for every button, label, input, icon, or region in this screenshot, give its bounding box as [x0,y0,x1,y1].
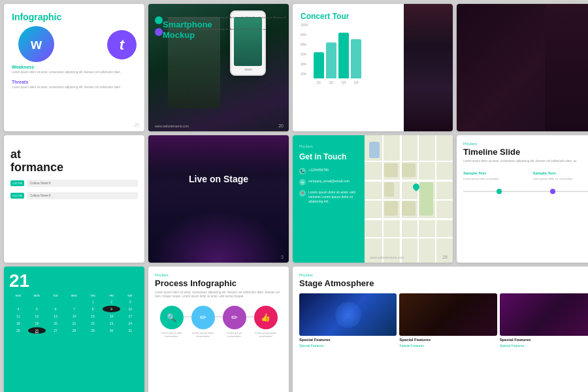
slide-9-projam: ProJam [155,273,282,277]
event1-venue: Cultura Street 6 [27,180,138,187]
circle-3-label: Lorem ipsumconsectetur [227,331,242,338]
circle-item-2: ✏ Lorem ipsum dolarconsectetur [191,306,215,338]
stage-lights [148,135,289,174]
slide-6-website: www.websitename.com [370,255,404,259]
label-q2: Q2 [326,80,336,84]
photo-1-label: Special Features [299,338,397,342]
event2-time: 6:30 PM [10,193,24,199]
circle-1-label: Lorem ipsum ideaconsectetur [161,331,182,338]
label-q3: Q3 [338,80,349,84]
slide-6-projam: ProJam [299,144,358,148]
phone-button [244,69,252,71]
slide-calendar: 21 SUN MON TUE WED THU FRI SAT 1 2 3 4 5… [4,267,144,392]
photo-item-2: Special Features Special Features [399,293,497,348]
photo-3-sublabel: Special Features [500,344,588,348]
circle-2-label: Lorem ipsum dolarconsectetur [192,331,214,338]
photo-2-label: Special Features [399,338,497,342]
circle-1: 🔍 [160,306,184,329]
timeline-col2-text: Lorem ipsum dolar sit. consectetur [533,177,589,181]
label-q1: Q1 [314,80,324,84]
slide-1-page-num: 25 [134,123,139,127]
connector-1 [184,316,191,318]
timeline-line [463,191,588,192]
slide-concert-photo [457,4,588,131]
slide-1-title: Infographic [12,12,137,22]
slide-3-y-axis: 100% 84% 68% 52% 36% 20% [301,24,308,82]
photo-box-1 [299,293,397,336]
map-background: 29 www.websitename.com [365,135,453,263]
photo-item-1: Special Features Special Features [299,293,397,348]
cal-tue: TUE [46,294,65,297]
slide-2-icon2 [155,28,163,36]
bar-q4 [351,39,361,78]
timeline-col1-title: Sample Text [463,171,528,175]
contact-phone-item: 📞 +1234456789 [299,168,358,174]
circle-3: ✏ [223,306,246,329]
slide-contact: ProJam Get in Touch 📞 +1234456789 ✉ comp… [293,135,453,263]
slide-7-projam: ProJam [463,142,588,146]
slide-1-t-logo: t [107,30,137,59]
timeline-col1-text: Lorem ipsum dolar consectetur. [463,177,528,181]
photo-3-label: Special Features [500,338,588,342]
slide-3-photo [404,4,453,131]
stage-text: Live on Stage [148,174,289,184]
year-label: 21 [9,272,139,290]
slide-1-logo: w [18,26,54,62]
slide-10-title: Stage Atmosphere [299,278,588,288]
event-item-2: 6:30 PM Cultura Street 6 [10,192,138,199]
slide-5-bg: Live on Stage [148,135,289,263]
slide-4-title: at formance [10,148,138,174]
slide-process: ProJam Process Infographic Lorem ipsum d… [148,267,289,392]
contact-address-item: 📍 Lorem ipsum dolor sit amet, velit veni… [299,190,358,204]
cal-sun: SUN [9,294,27,297]
slide-atmosphere: ProJam Stage Atmosphere Special Features… [293,267,588,392]
cal-cell-27: 26 [28,327,46,334]
timeline-dot-2 [550,189,555,194]
slide-2-website: www.websitename.com [155,124,189,128]
slide-10-projam: ProJam [299,273,588,277]
event2-venue: Cultura Street 6 [27,192,138,199]
timeline-columns: Sample Text Lorem ipsum dolar consectetu… [463,171,588,181]
email-text: company_email@email.com [308,179,350,184]
timeline-col-2: Sample Text Lorem ipsum dolar sit. conse… [533,171,589,181]
cal-wed: WED [65,294,84,297]
phone-text: +1234456789 [308,168,329,172]
slide-6-left: ProJam Get in Touch 📞 +1234456789 ✉ comp… [293,135,365,263]
address-text: Lorem ipsum dolor sit amet, velit veniam… [308,190,358,204]
bar-q1 [314,52,324,78]
slide-6-title: Get in Touch [299,152,358,161]
bar-q2 [326,42,336,78]
slide-7-body: Lorem ipsum dolor sit amet, consectetur … [463,159,588,163]
weakness-text: Lorem ipsum dolor sit amet, consectetur … [12,71,121,74]
slide-smartphone: Smartphone Mockup Lorem ipsum dolor sit … [148,4,289,131]
slide-2-page-num: 20 [278,123,284,128]
slide-6-map: 29 www.websitename.com [365,135,453,263]
slide-9-title: Process Infographic [155,278,282,288]
circle-item-1: 🔍 Lorem ipsum ideaconsectetur [160,306,184,338]
photo-box-2 [399,293,497,336]
slide-infographic: Infographic w Weakness Lorem ipsum dolor… [4,4,144,131]
circle-item-3: ✏ Lorem ipsumconsectetur [223,306,246,338]
photo-item-3: Special Features Special Features [500,293,588,348]
circle-4: 👍 [254,306,278,329]
email-icon: ✉ [299,179,306,186]
connector-3 [246,316,254,318]
timeline-dot-1 [497,189,502,194]
slide-6-page-num: 29 [442,255,448,259]
cal-mon: MON [28,294,46,297]
contact-email-item: ✉ company_email@email.com [299,179,358,186]
connector-2 [215,316,223,318]
slide-7-title: Timeline Slide [463,147,588,157]
slide-performance: at formance 1:30 PM Cultura Street 6 6:3… [4,135,144,263]
threats-text: Lorem ipsum dolor sit amet, consectetur … [12,86,121,90]
circle-4-label: Lorem ipsum dolarconsectetur [255,331,276,338]
event-item-1: 1:30 PM Cultura Street 6 [10,180,138,187]
location-icon: 📍 [299,190,306,197]
cal-cell-9: 9 [103,306,121,312]
photo-2-sublabel: Special Features [399,344,497,348]
label-q4: Q4 [351,80,361,84]
slide-grid: Infographic w Weakness Lorem ipsum dolor… [0,0,588,392]
cal-thu: THU [84,294,102,297]
slide-2-content: Smartphone Mockup Lorem ipsum dolor sit … [155,10,289,39]
timeline-col-1: Sample Text Lorem ipsum dolar consectetu… [463,171,528,181]
